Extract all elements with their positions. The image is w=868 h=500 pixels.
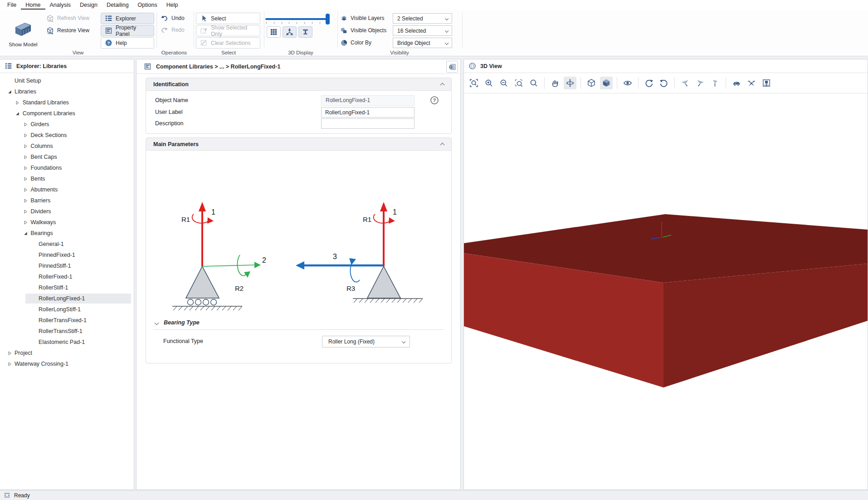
- redo-button[interactable]: Redo: [161, 25, 185, 35]
- shaded-cube-button[interactable]: [600, 77, 613, 89]
- tree-collapsed-icon[interactable]: [15, 99, 21, 106]
- pan-icon: [551, 78, 560, 88]
- zoom-window-button[interactable]: [512, 77, 525, 89]
- wireframe-cube-button[interactable]: [585, 77, 598, 89]
- help-button[interactable]: ? Help: [101, 37, 154, 49]
- color-by-dropdown[interactable]: Bridge Object: [393, 38, 452, 48]
- visible-layers-dropdown[interactable]: 2 Selected: [393, 13, 452, 24]
- view-top-button[interactable]: [709, 77, 722, 89]
- tree-item-barriers[interactable]: Barriers: [0, 195, 134, 206]
- tree-collapsed-icon[interactable]: [6, 361, 13, 367]
- tree-collapsed-icon[interactable]: [22, 132, 29, 138]
- tree-collapsed-icon[interactable]: [22, 219, 29, 225]
- menu-item-home[interactable]: Home: [21, 1, 45, 10]
- tree-collapsed-icon[interactable]: [22, 176, 29, 182]
- bearing-type-section-header[interactable]: Bearing Type: [155, 319, 200, 326]
- rotate-cw-button[interactable]: [643, 77, 655, 89]
- description-input[interactable]: [321, 118, 414, 129]
- tree-item-component-libraries[interactable]: Component Libraries: [0, 108, 134, 119]
- tree-item-rollerlongstiff-1[interactable]: RollerLongStiff-1: [0, 304, 134, 315]
- visible-objects-dropdown[interactable]: 16 Selected: [393, 25, 452, 36]
- menu-item-help[interactable]: Help: [162, 1, 183, 10]
- view-right-button[interactable]: [694, 77, 707, 89]
- view-left-button[interactable]: [679, 77, 692, 89]
- identification-header[interactable]: Identification: [146, 78, 451, 91]
- tree-collapsed-icon[interactable]: [22, 143, 29, 149]
- tree-item-elastomeric-pad-1[interactable]: Elastomeric Pad-1: [0, 337, 134, 348]
- menu-item-file[interactable]: File: [3, 1, 21, 10]
- undo-button[interactable]: Undo: [161, 13, 185, 23]
- tree-item-general-1[interactable]: General-1: [0, 239, 134, 250]
- tree-item-standard-libraries[interactable]: Standard Libraries: [0, 97, 134, 108]
- tree-collapsed-icon[interactable]: [22, 154, 29, 160]
- user-label-input[interactable]: [321, 107, 414, 118]
- tree-item-rollerlongfixed-1[interactable]: RollerLongFixed-1: [0, 293, 134, 304]
- tree-item-pinnedfixed-1[interactable]: PinnedFixed-1: [0, 250, 134, 260]
- object-name-label: Object Name: [155, 95, 188, 106]
- explorer-button[interactable]: Explorer: [101, 13, 154, 24]
- restore-view-button[interactable]: Restore View: [46, 25, 89, 35]
- tree-item-label: Girders: [30, 119, 49, 130]
- tree-item-rollerstiff-1[interactable]: RollerStiff-1: [0, 282, 134, 293]
- zoom-extents-button[interactable]: [468, 77, 480, 89]
- visibility-eye-button[interactable]: [621, 77, 634, 89]
- tree-collapsed-icon[interactable]: [22, 186, 29, 193]
- tree-collapsed-icon[interactable]: [22, 121, 29, 127]
- menu-item-detailing[interactable]: Detailing: [102, 1, 133, 10]
- tree-item-rollerfixed-1[interactable]: RollerFixed-1: [0, 271, 134, 282]
- rotate-ccw-button[interactable]: [658, 77, 670, 89]
- zoom-search-button[interactable]: [527, 77, 540, 89]
- tree-item-rollertransfixed-1[interactable]: RollerTransFixed-1: [0, 315, 134, 326]
- tree-item-unit-setup[interactable]: Unit Setup: [0, 75, 134, 86]
- main-parameters-header[interactable]: Main Parameters: [146, 138, 451, 151]
- tree-collapsed-icon[interactable]: [22, 208, 29, 215]
- tree-item-rollertransstiff-1[interactable]: RollerTransStiff-1: [0, 326, 134, 337]
- tree-item-bearings[interactable]: Bearings: [0, 228, 134, 239]
- tree-item-deck-sections[interactable]: Deck Sections: [0, 130, 134, 141]
- menu-item-analysis[interactable]: Analysis: [45, 1, 76, 10]
- tree-collapsed-icon[interactable]: [6, 350, 13, 356]
- report-grid-button[interactable]: [446, 61, 458, 73]
- clear-selections-button[interactable]: Clear Selections: [196, 37, 260, 49]
- menu-item-design[interactable]: Design: [75, 1, 102, 10]
- tree-item-walkways[interactable]: Walkways: [0, 217, 134, 228]
- drive-car-button[interactable]: [730, 77, 743, 89]
- tree-item-abutments[interactable]: Abutments: [0, 184, 134, 195]
- display-scale-slider-handle[interactable]: [326, 14, 330, 25]
- view3d-viewport[interactable]: [464, 93, 868, 490]
- functional-type-dropdown[interactable]: Roller Long (Fixed): [322, 336, 410, 348]
- axes-display-button[interactable]: [283, 26, 297, 38]
- show-model-button[interactable]: Show Model: [3, 10, 44, 55]
- tree-collapsed-icon[interactable]: [22, 165, 29, 171]
- tree-expanded-icon[interactable]: [22, 230, 29, 236]
- tree-item-project[interactable]: Project: [0, 348, 134, 358]
- drone-button[interactable]: [745, 77, 758, 89]
- grid-display-button[interactable]: [267, 26, 281, 38]
- orbit-button[interactable]: [564, 77, 576, 89]
- tree-item-foundations[interactable]: Foundations: [0, 162, 134, 173]
- help-question-icon[interactable]: ?: [430, 96, 439, 105]
- tree-item-pinnedstiff-1[interactable]: PinnedStiff-1: [0, 260, 134, 271]
- property-panel-button[interactable]: Property Panel: [101, 25, 154, 36]
- tree-item-dividers[interactable]: Dividers: [0, 206, 134, 217]
- tree-item-girders[interactable]: Girders: [0, 119, 134, 130]
- menu-item-options[interactable]: Options: [133, 1, 162, 10]
- tree-item-columns[interactable]: Columns: [0, 141, 134, 152]
- zoom-out-button[interactable]: [497, 77, 510, 89]
- tree-item-bent-caps[interactable]: Bent Caps: [0, 152, 134, 162]
- tree-expanded-icon[interactable]: [6, 88, 13, 95]
- tree-collapsed-icon[interactable]: [22, 197, 29, 204]
- display-scale-slider-track[interactable]: [265, 18, 329, 20]
- pan-button[interactable]: [549, 77, 561, 89]
- tree-item-waterway-crossing-1[interactable]: Waterway Crossing-1: [0, 358, 134, 369]
- tree-item-libraries[interactable]: Libraries: [0, 86, 134, 97]
- show-selected-only-button[interactable]: Show Selected Only: [196, 25, 260, 36]
- section-machine-button[interactable]: [760, 77, 773, 89]
- refresh-view-button[interactable]: Refresh View: [46, 13, 89, 23]
- tree-item-bents[interactable]: Bents: [0, 173, 134, 184]
- zoom-in-button[interactable]: [483, 77, 495, 89]
- ibeam-display-button[interactable]: [298, 26, 312, 38]
- tree-expanded-icon[interactable]: [15, 110, 21, 117]
- select-button[interactable]: Select: [196, 13, 260, 24]
- chevron-down-icon: [444, 29, 448, 33]
